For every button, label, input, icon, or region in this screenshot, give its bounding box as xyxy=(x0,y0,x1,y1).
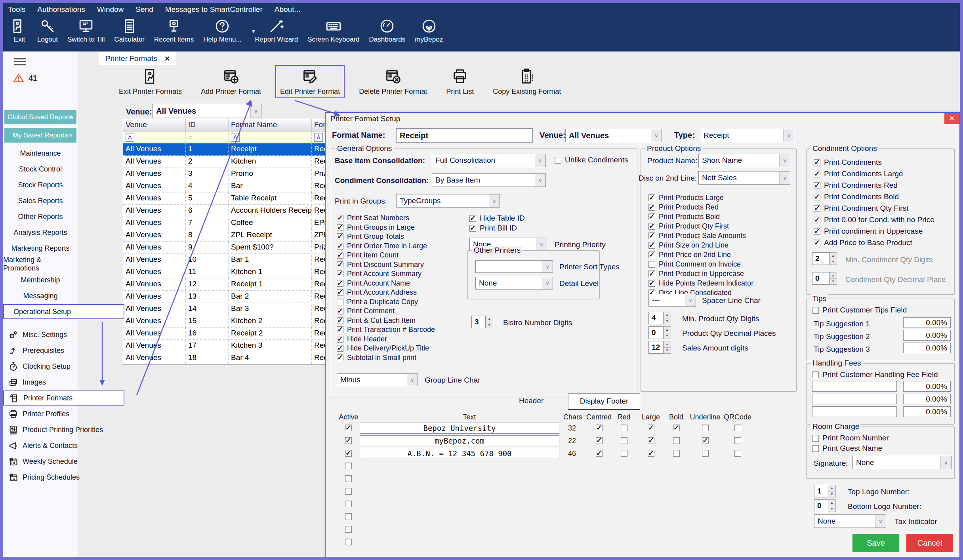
product-option-checkbox[interactable]: Print Product Qty First xyxy=(648,222,729,230)
chevron-down-icon[interactable]: ∨ xyxy=(535,154,545,167)
signature-select[interactable]: None∨ xyxy=(852,456,952,469)
spinner-down-icon[interactable]: ▼ xyxy=(664,348,671,354)
spinner-down-icon[interactable]: ▼ xyxy=(486,322,493,328)
tip-suggestion-field[interactable]: 0.00% xyxy=(903,343,951,353)
chevron-down-icon[interactable]: ∨ xyxy=(536,238,547,251)
sidebar-button-my-saved-reports[interactable]: My Saved Reports▼ xyxy=(4,128,76,143)
footer-large-checkbox[interactable] xyxy=(648,437,654,444)
checkbox[interactable] xyxy=(814,159,820,166)
sidebar-item-maintenance[interactable]: Maintenance xyxy=(3,146,78,161)
print-in-groups-select[interactable]: TypeGroups∨ xyxy=(396,194,500,208)
spinner-down-icon[interactable]: ▼ xyxy=(830,259,837,265)
disc-on-2nd-line-select[interactable]: Nett Sales∨ xyxy=(698,171,790,185)
chevron-down-icon[interactable]: ∨ xyxy=(783,129,794,142)
table-row[interactable]: All Venues18Bar 4Rec xyxy=(123,352,327,364)
checkbox[interactable] xyxy=(812,445,819,452)
condiment-option-checkbox[interactable]: Print Condiments Bold xyxy=(814,192,899,201)
general-option-checkbox[interactable]: Print a Duplicate Copy xyxy=(337,298,418,306)
format-name-input[interactable]: Receipt xyxy=(396,128,533,143)
chevron-down-icon[interactable]: ∨ xyxy=(535,174,545,187)
tip-suggestion-field[interactable]: 0.00% xyxy=(903,330,951,341)
general-option-checkbox[interactable]: Hide Header xyxy=(337,335,387,343)
spinner-down-icon[interactable]: ▼ xyxy=(664,318,671,324)
sidebar-item-pricing-schedules[interactable]: Pricing Schedules xyxy=(3,470,78,485)
checkbox[interactable] xyxy=(337,326,343,333)
product-name-select[interactable]: Short Name∨ xyxy=(698,154,790,167)
footer-bold-checkbox[interactable] xyxy=(673,425,680,431)
footer-active-checkbox[interactable] xyxy=(345,539,352,545)
checkbox[interactable] xyxy=(812,435,819,442)
toolbar-button-dashboards[interactable]: Dashboards xyxy=(364,16,410,44)
filter-cell[interactable]: A xyxy=(123,131,186,143)
general-option-checkbox[interactable]: Print Group Totals xyxy=(337,232,404,241)
footer-active-checkbox[interactable] xyxy=(345,475,352,482)
general-option-checkbox[interactable]: Print Seat Numbers xyxy=(337,214,409,222)
detail-level-select[interactable]: None∨ xyxy=(475,277,553,290)
sidebar-item-messaging[interactable]: Messaging xyxy=(3,288,78,303)
footer-underline-checkbox[interactable] xyxy=(702,450,709,457)
spinner-up-icon[interactable]: ▲ xyxy=(830,253,837,259)
spinner-up-icon[interactable]: ▲ xyxy=(664,312,671,318)
general-option-checkbox[interactable]: Print Order Time in Large xyxy=(337,242,427,250)
chevron-down-icon[interactable]: ∨ xyxy=(685,294,696,306)
spinner-up-icon[interactable]: ▲ xyxy=(486,316,493,322)
sidebar-item-stock-reports[interactable]: Stock Reports xyxy=(3,177,78,192)
checkbox[interactable] xyxy=(648,204,655,211)
print-customer-handling-fee-checkbox[interactable]: Print Customer Handling Fee Field xyxy=(812,370,938,379)
hamburger-menu-icon[interactable] xyxy=(14,56,26,67)
tab-header[interactable]: Header xyxy=(519,396,543,405)
toolbar-button-print-list[interactable]: Print List xyxy=(441,65,479,98)
base-item-consolidation-select[interactable]: Full Consolidation∨ xyxy=(432,154,546,167)
spinner-up-icon[interactable]: ▲ xyxy=(664,341,671,348)
product-spinner[interactable]: 4▲▼ xyxy=(648,312,671,324)
checkbox[interactable] xyxy=(337,243,343,250)
unlike-condiments-checkbox[interactable]: Unlike Condiments xyxy=(555,156,628,164)
sidebar-item-printer-profiles[interactable]: Printer Profiles xyxy=(3,406,78,421)
footer-active-checkbox[interactable] xyxy=(345,437,352,444)
menu-item-window[interactable]: Window xyxy=(97,5,124,14)
checkbox[interactable] xyxy=(648,194,655,201)
table-row[interactable]: All Venues13Bar 2Rec xyxy=(123,291,327,303)
spinner-up-icon[interactable]: ▲ xyxy=(830,272,837,279)
checkbox[interactable] xyxy=(648,213,655,220)
handling-fee-percent-field[interactable]: 0.00% xyxy=(903,394,951,404)
chevron-down-icon[interactable]: ∨ xyxy=(779,171,790,184)
checkbox[interactable] xyxy=(814,171,820,177)
table-row[interactable]: All Venues1ReceiptRec xyxy=(123,143,327,156)
table-row[interactable]: All Venues15Kitchen 2Rec xyxy=(123,315,327,328)
bottom-logo-spinner[interactable]: 0▲▼ xyxy=(814,499,836,512)
handling-fee-text-field[interactable] xyxy=(812,381,897,392)
sidebar-item-other-reports[interactable]: Other Reports xyxy=(3,209,78,224)
save-button[interactable]: Save xyxy=(852,534,899,552)
sidebar-item-analysis-reports[interactable]: Analysis Reports xyxy=(3,225,78,240)
footer-active-checkbox[interactable] xyxy=(345,450,352,457)
condiment-option-checkbox[interactable]: Print Condiments xyxy=(814,158,882,167)
product-option-checkbox[interactable]: Print Size on 2nd Line xyxy=(648,241,728,250)
checkbox[interactable] xyxy=(337,215,343,221)
sidebar-item-alerts-contacts[interactable]: Alerts & Contacts xyxy=(3,438,78,453)
condiment-option-checkbox[interactable]: Print Condiments Large xyxy=(814,170,903,178)
checkbox[interactable] xyxy=(814,240,820,246)
spinner-down-icon[interactable]: ▼ xyxy=(830,279,837,285)
general-option-checkbox[interactable]: Print Item Count xyxy=(337,251,399,259)
toolbar-button-switch-to-till[interactable]: Switch to Till xyxy=(63,16,109,44)
checkbox[interactable] xyxy=(814,205,820,212)
menu-item-tools[interactable]: Tools xyxy=(8,5,25,14)
cancel-button[interactable]: Cancel xyxy=(906,534,953,552)
table-row[interactable]: All Venues12Receipt 1Rec xyxy=(123,278,327,291)
caret-down-icon[interactable]: ▼ xyxy=(69,133,73,138)
footer-active-checkbox[interactable] xyxy=(345,513,352,520)
toolbar-button-report-wizard[interactable]: Report Wizard xyxy=(250,16,303,44)
menu-item-authorisations[interactable]: Authorisations xyxy=(37,5,85,14)
spinner-up-icon[interactable]: ▲ xyxy=(664,327,671,333)
checkbox[interactable] xyxy=(337,224,343,231)
toolbar-button-screen-keyboard[interactable]: Screen Keyboard xyxy=(303,16,364,44)
footer-large-checkbox[interactable] xyxy=(648,425,654,431)
table-row[interactable]: All Venues14Bar 3Rec xyxy=(123,303,327,315)
general-option-checkbox[interactable]: Print Transaction # Barcode xyxy=(337,326,435,334)
sidebar-item-marketing-promotions[interactable]: Marketing & Promotions xyxy=(3,257,78,272)
checkbox[interactable] xyxy=(337,233,343,240)
toolbar-button-delete-printer-format[interactable]: Delete Printer Format xyxy=(354,65,432,98)
checkbox[interactable] xyxy=(812,371,819,378)
footer-underline-checkbox[interactable] xyxy=(702,437,709,444)
